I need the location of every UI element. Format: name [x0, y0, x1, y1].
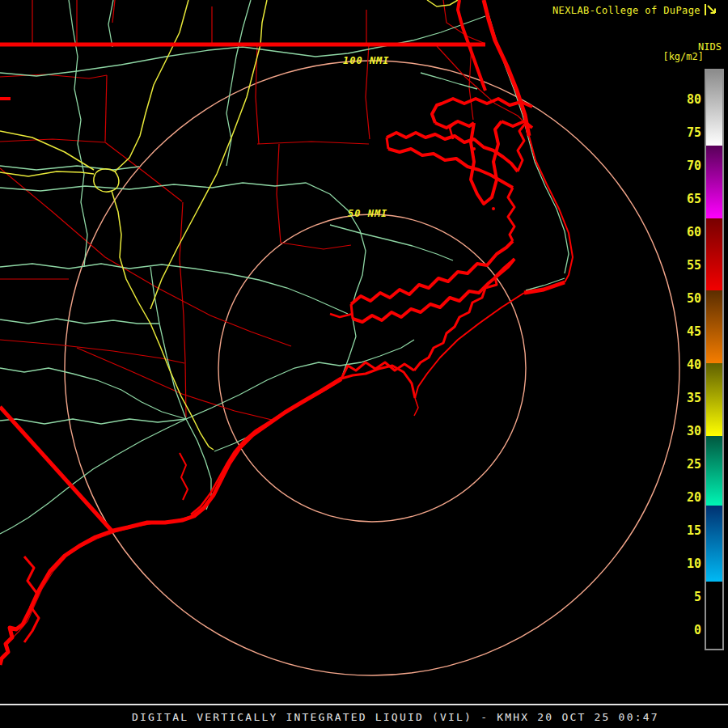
radar-display: NEXLAB-College of DuPage NIDS [kg/m2] 80…	[0, 0, 728, 728]
scale-tick-65: 65	[667, 191, 701, 207]
scale-tick-0: 0	[667, 622, 701, 638]
color-scale-bar	[705, 69, 724, 650]
radar-map	[0, 0, 728, 728]
cape-lookout	[341, 366, 415, 398]
onslow-bay-coast	[0, 379, 341, 665]
scale-tick-30: 30	[667, 423, 701, 439]
nc-sc-border	[0, 407, 112, 531]
scale-tick-45: 45	[667, 324, 701, 340]
scale-tick-75: 75	[667, 125, 701, 141]
scale-tick-5: 5	[667, 589, 701, 605]
scale-tick-55: 55	[667, 257, 701, 273]
alligator-river	[471, 121, 502, 204]
footer-divider	[0, 704, 728, 705]
scale-tick-25: 25	[667, 456, 701, 472]
scale-tick-70: 70	[667, 158, 701, 174]
range-ring-label-50nmi: 50 NMI	[348, 208, 387, 219]
state-borders	[0, 44, 485, 531]
units-label: [kg/m2]	[662, 51, 704, 62]
scale-tick-50: 50	[667, 290, 701, 307]
albemarle-sound	[432, 99, 532, 123]
scale-tick-35: 35	[667, 390, 701, 406]
dupage-corner-arrow-icon	[704, 3, 718, 17]
scale-tick-20: 20	[667, 489, 701, 506]
page-title: NEXLAB-College of DuPage	[552, 5, 700, 16]
county-lines	[0, 0, 530, 639]
coastline	[0, 0, 573, 665]
scale-tick-15: 15	[667, 523, 701, 539]
scale-tick-40: 40	[667, 357, 701, 373]
product-caption: DIGITAL VERTICALLY INTEGRATED LIQUID (VI…	[132, 711, 659, 723]
range-ring-label-100nmi: 100 NMI	[343, 55, 390, 66]
scale-tick-60: 60	[667, 224, 701, 240]
outer-banks-hatteras	[529, 136, 573, 282]
highway-lines	[0, 0, 458, 450]
neuse-river	[351, 241, 513, 304]
scale-tick-10: 10	[667, 556, 701, 572]
road-lines	[0, 0, 569, 534]
scale-tick-80: 80	[667, 91, 701, 108]
